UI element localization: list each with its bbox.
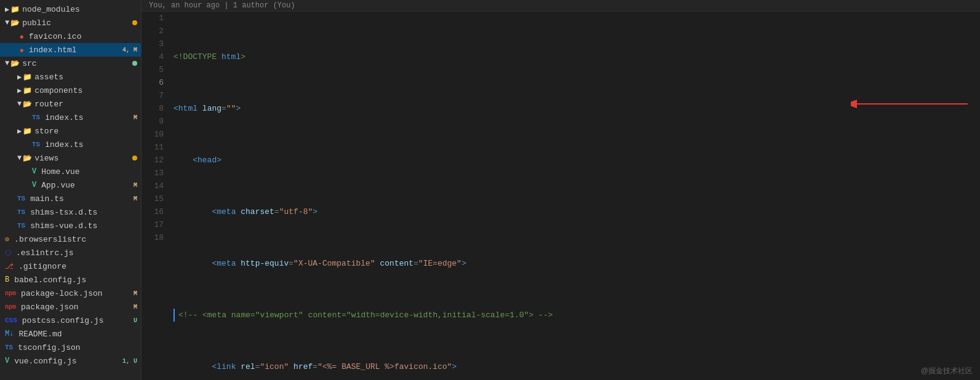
sidebar-item-src[interactable]: ▼ 📂 src: [0, 57, 141, 70]
chevron-down-icon: ▼: [5, 59, 9, 68]
code-scroll-area[interactable]: 1 2 3 4 5 6 7 8 9 10 11 12 13 14 15 16 1: [141, 12, 980, 380]
chevron-down-icon: ▼: [17, 154, 22, 162]
sidebar-item-router-index[interactable]: TS index.ts M: [0, 111, 141, 124]
sidebar-label: App.vue: [41, 181, 133, 190]
git-blame-text: You, an hour ago | 1 author (You): [149, 1, 295, 10]
sidebar-item-node-modules[interactable]: ▶ 📁 node_modules: [0, 2, 141, 16]
sidebar-label: .browserslistrc: [14, 235, 141, 244]
sidebar-item-shims-vue[interactable]: TS shims-vue.d.ts: [0, 219, 141, 232]
sidebar-label: views: [34, 154, 132, 163]
ts-icon: TS: [32, 114, 40, 121]
code-line-6: <!-- <meta name="viewport" content="widt…: [173, 309, 980, 322]
watermark: @掘金技术社区: [921, 366, 973, 376]
chevron-right-icon: ▶: [17, 73, 22, 82]
folder-icon: 📁: [23, 127, 32, 136]
chevron-down-icon: ▼: [5, 18, 9, 27]
ts-icon: TS: [32, 141, 40, 148]
sidebar-label: favicon.ico: [29, 32, 141, 41]
sidebar-item-favicon[interactable]: ◆ favicon.ico: [0, 30, 141, 43]
ts-icon: TS: [17, 208, 25, 216]
sidebar-item-router[interactable]: ▼ 📂 router: [0, 97, 141, 111]
line-num-10: 10: [141, 128, 164, 141]
sidebar-label: README.md: [18, 330, 141, 339]
ts-icon: TS: [5, 344, 13, 351]
npm-icon: npm: [5, 304, 16, 311]
code-line-7: <link rel="icon" href="<%= BASE_URL %>fa…: [173, 360, 980, 373]
modified-dot: [132, 156, 137, 160]
sidebar-label: shims-tsx.d.ts: [30, 208, 141, 217]
sidebar-item-app-vue[interactable]: V App.vue M: [0, 178, 141, 192]
sidebar-item-components[interactable]: ▶ 📁 components: [0, 84, 141, 97]
code-editor[interactable]: <!DOCTYPE html> <html lang=""> <head> <m…: [169, 12, 980, 380]
badge-m: M: [133, 182, 137, 189]
sidebar-label: vue.config.js: [14, 357, 122, 366]
line-num-7: 7: [141, 89, 164, 102]
code-line-5: <meta http-equiv="X-UA-Compatible" conte…: [173, 257, 980, 270]
code-line-2: <html lang="">: [173, 102, 980, 115]
sidebar-item-package-json[interactable]: npm package.json M: [0, 300, 141, 314]
file-explorer: ▶ 📁 node_modules ▼ 📂 public ◆ favicon.ic…: [0, 0, 141, 380]
folder-icon: 📁: [23, 86, 32, 95]
line-num-15: 15: [141, 192, 164, 205]
chevron-right-icon: ▶: [17, 127, 22, 136]
browsers-icon: ⊙: [5, 235, 9, 244]
html-icon: ◆: [20, 33, 24, 41]
sidebar-item-postcss[interactable]: CSS postcss.config.js U: [0, 314, 141, 327]
sidebar-item-main-ts[interactable]: TS main.ts M: [0, 192, 141, 205]
sidebar-item-vue-config[interactable]: V vue.config.js 1, U: [0, 354, 141, 368]
sidebar-item-home-vue[interactable]: V Home.vue: [0, 165, 141, 178]
chevron-right-icon: ▶: [17, 86, 22, 95]
badge-m: M: [133, 304, 137, 311]
sidebar-item-shims-tsx[interactable]: TS shims-tsx.d.ts: [0, 205, 141, 219]
chevron-down-icon: ▼: [17, 100, 22, 108]
sidebar-label: postcss.config.js: [22, 316, 133, 325]
folder-icon: 📁: [10, 5, 20, 14]
line-num-13: 13: [141, 167, 164, 180]
editor-panel: You, an hour ago | 1 author (You) 1 2 3: [141, 0, 980, 380]
sidebar-label: public: [22, 18, 132, 28]
chevron-right-icon: ▶: [5, 5, 9, 14]
ts-icon: TS: [17, 222, 25, 229]
line-num-12: 12: [141, 154, 164, 167]
code-line-1: <!DOCTYPE html>: [173, 50, 980, 63]
html-icon: ◆: [20, 46, 24, 54]
sidebar-label: tsconfig.json: [18, 343, 141, 352]
md-icon: M↓: [5, 330, 14, 338]
sidebar-item-babel[interactable]: B babel.config.js: [0, 273, 141, 287]
folder-icon: 📁: [23, 73, 32, 82]
sidebar-item-tsconfig[interactable]: TS tsconfig.json: [0, 341, 141, 354]
badge-m: M: [133, 196, 137, 202]
sidebar-label: assets: [34, 73, 141, 82]
sidebar-label: components: [34, 86, 141, 95]
sidebar-item-eslint[interactable]: ⬡ .eslintrc.js: [0, 246, 141, 259]
modified-dot-green: [132, 61, 137, 66]
sidebar-item-gitignore[interactable]: ⎇ .gitignore: [0, 259, 141, 273]
sidebar-label: router: [34, 100, 141, 109]
sidebar-item-public[interactable]: ▼ 📂 public: [0, 16, 141, 30]
badge-m: M: [133, 290, 137, 297]
line-num-5: 5: [141, 63, 164, 76]
sidebar-item-views[interactable]: ▼ 📂 views: [0, 151, 141, 165]
sidebar-label: index.html: [29, 46, 122, 55]
sidebar-label: index.ts: [45, 140, 141, 149]
line-num-1: 1: [141, 12, 164, 25]
badge-m: M: [133, 114, 137, 121]
eslint-icon: ⬡: [5, 248, 11, 258]
folder-open-icon: 📂: [10, 18, 20, 28]
sidebar-label: src: [22, 59, 132, 68]
sidebar-item-browserslist[interactable]: ⊙ .browserslistrc: [0, 232, 141, 246]
sidebar-label: package-lock.json: [21, 289, 133, 298]
line-numbers: 1 2 3 4 5 6 7 8 9 10 11 12 13 14 15 16 1: [141, 12, 169, 380]
sidebar-item-index-html[interactable]: ◆ index.html 4, M: [0, 43, 141, 57]
git-icon: ⎇: [5, 262, 14, 271]
sidebar-label: Home.vue: [41, 167, 141, 176]
sidebar-item-assets[interactable]: ▶ 📁 assets: [0, 70, 141, 84]
sidebar-item-readme[interactable]: M↓ README.md: [0, 327, 141, 341]
folder-open-icon: 📂: [10, 59, 20, 68]
sidebar-label: store: [34, 127, 141, 136]
sidebar-item-store-index[interactable]: TS index.ts: [0, 138, 141, 151]
badge-modified: 4, M: [122, 47, 137, 53]
sidebar-item-package-lock[interactable]: npm package-lock.json M: [0, 287, 141, 300]
sidebar-item-store[interactable]: ▶ 📁 store: [0, 124, 141, 138]
line-num-16: 16: [141, 205, 164, 218]
